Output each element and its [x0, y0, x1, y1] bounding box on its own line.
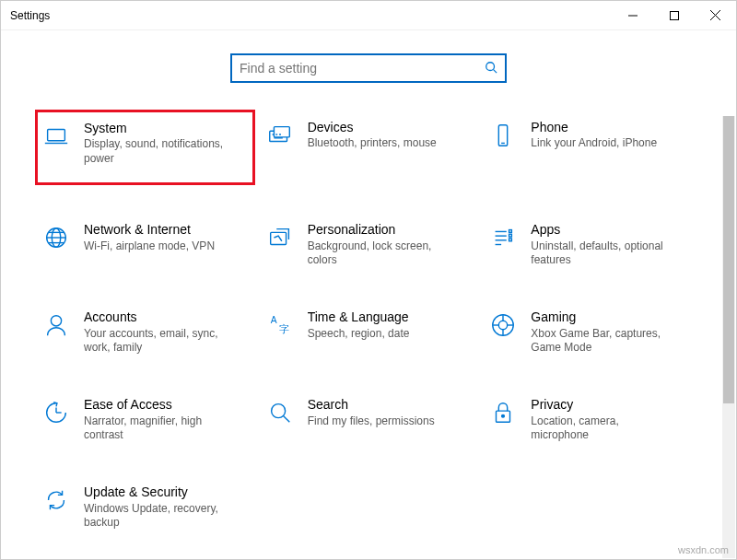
tile-title: Time & Language [308, 309, 410, 325]
svg-text:A: A [270, 316, 276, 326]
tile-title: Update & Security [84, 484, 231, 500]
tile-ease[interactable]: Ease of AccessNarrator, magnifier, high … [38, 392, 252, 448]
svg-text:字: 字 [279, 324, 289, 335]
tile-desc: Location, camera, microphone [531, 414, 678, 443]
svg-line-41 [283, 416, 289, 423]
globe-icon [41, 223, 71, 252]
tile-title: Accounts [84, 309, 231, 325]
tile-devices[interactable]: DevicesBluetooth, printers, mouse [262, 115, 476, 185]
tile-search-tile[interactable]: SearchFind my files, permissions [262, 392, 476, 448]
tile-desc: Uninstall, defaults, optional features [531, 239, 678, 268]
search-box[interactable] [230, 53, 507, 83]
tile-update[interactable]: Update & SecurityWindows Update, recover… [38, 480, 252, 535]
settings-grid: SystemDisplay, sound, notifications, pow… [1, 83, 736, 535]
tile-time[interactable]: A字Time & LanguageSpeech, region, date [262, 305, 476, 360]
tile-desc: Windows Update, recovery, backup [84, 502, 231, 531]
tile-desc: Link your Android, iPhone [531, 136, 657, 151]
search-input[interactable] [240, 61, 485, 76]
watermark: wsxdn.com [678, 544, 729, 555]
scrollbar[interactable] [722, 116, 735, 558]
svg-point-43 [502, 415, 505, 418]
tile-system[interactable]: SystemDisplay, sound, notifications, pow… [35, 110, 255, 185]
tile-title: Phone [531, 119, 657, 135]
tile-title: Gaming [531, 309, 678, 325]
tile-title: System [84, 120, 231, 136]
tile-gaming[interactable]: GamingXbox Game Bar, captures, Game Mode [485, 305, 699, 360]
person-icon [41, 310, 71, 340]
maximize-icon [670, 11, 679, 20]
search-tile-icon [265, 398, 295, 427]
phone-icon [488, 121, 518, 150]
search-icon [485, 61, 497, 76]
svg-rect-27 [509, 235, 512, 238]
svg-rect-26 [509, 230, 512, 233]
tile-title: Ease of Access [84, 396, 231, 413]
tile-title: Search [308, 396, 435, 413]
gaming-icon [488, 310, 518, 340]
tile-apps[interactable]: AppsUninstall, defaults, optional featur… [485, 217, 699, 273]
time-lang-icon: A字 [265, 310, 295, 340]
title-bar: Settings [1, 1, 736, 30]
tile-title: Network & Internet [84, 221, 215, 238]
minimize-button[interactable] [612, 1, 653, 29]
tile-desc: Xbox Game Bar, captures, Game Mode [531, 327, 678, 356]
svg-point-33 [499, 321, 508, 330]
tile-title: Privacy [531, 396, 678, 413]
tile-desc: Narrator, magnifier, high contrast [84, 414, 231, 443]
tile-accounts[interactable]: AccountsYour accounts, email, sync, work… [38, 305, 252, 360]
keyboard-icon [265, 121, 295, 150]
maximize-button[interactable] [653, 1, 695, 29]
close-icon [710, 10, 720, 20]
svg-rect-21 [270, 233, 286, 245]
lock-icon [488, 398, 518, 427]
paint-icon [265, 223, 295, 252]
svg-rect-9 [274, 127, 289, 137]
svg-rect-1 [670, 11, 678, 19]
window-controls [612, 1, 736, 29]
tile-desc: Background, lock screen, colors [308, 239, 455, 268]
apps-icon [488, 223, 518, 252]
ease-icon [41, 398, 71, 427]
svg-rect-28 [509, 239, 512, 241]
tile-title: Apps [531, 221, 678, 238]
svg-point-29 [51, 316, 61, 326]
svg-point-4 [486, 62, 495, 70]
tile-desc: Find my files, permissions [308, 414, 435, 429]
window-title: Settings [10, 9, 50, 22]
tile-network[interactable]: Network & InternetWi-Fi, airplane mode, … [38, 217, 252, 273]
laptop-icon [41, 122, 71, 151]
svg-line-5 [494, 69, 497, 73]
update-icon [41, 485, 71, 515]
tile-desc: Display, sound, notifications, power [84, 137, 231, 166]
minimize-icon [628, 11, 638, 20]
scrollbar-thumb[interactable] [723, 116, 734, 403]
tile-desc: Your accounts, email, sync, work, family [84, 327, 231, 356]
tile-desc: Bluetooth, printers, mouse [308, 136, 437, 151]
tile-desc: Speech, region, date [308, 327, 410, 342]
svg-rect-6 [48, 130, 65, 141]
tile-phone[interactable]: PhoneLink your Android, iPhone [485, 115, 699, 185]
tile-privacy[interactable]: PrivacyLocation, camera, microphone [485, 392, 699, 448]
tile-title: Personalization [308, 221, 455, 238]
close-button[interactable] [695, 1, 736, 29]
tile-desc: Wi-Fi, airplane mode, VPN [84, 239, 215, 254]
tile-title: Devices [308, 119, 437, 135]
tile-personalization[interactable]: PersonalizationBackground, lock screen, … [262, 217, 476, 273]
svg-point-40 [271, 404, 285, 418]
